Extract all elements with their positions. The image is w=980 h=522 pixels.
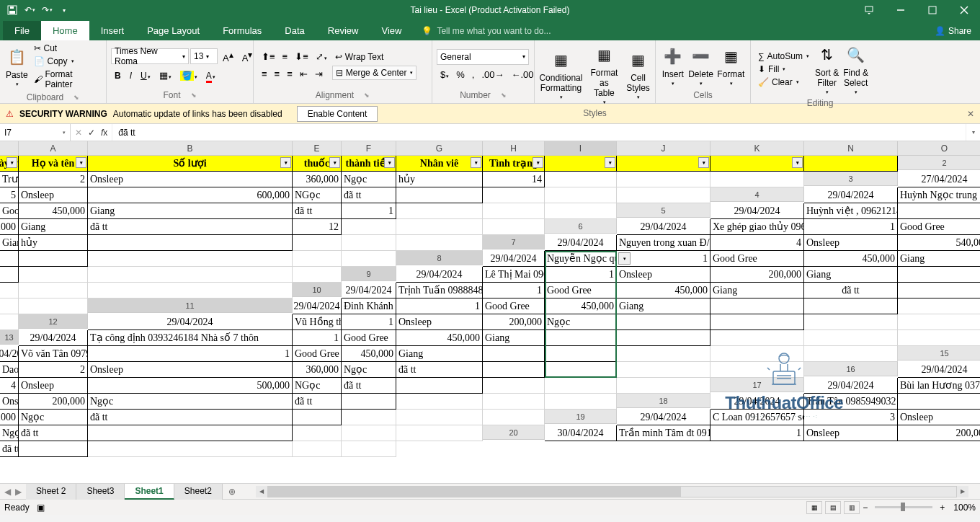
table-header-cell[interactable] [804,156,898,172]
column-header[interactable]: O [898,141,980,156]
tab-insert[interactable]: Insert [89,21,136,40]
tab-home[interactable]: Home [41,21,89,40]
sheet-tab[interactable]: Sheet3 [76,484,125,500]
table-header-cell[interactable]: ▾ [617,156,710,172]
tell-me-search[interactable]: 💡Tell me what you want to do... [413,22,559,40]
cell[interactable] [88,425,293,441]
cut-button[interactable]: ✂Cut [31,42,102,55]
cell-status[interactable]: đã tt [0,441,19,457]
filter-icon[interactable]: ▾ [280,157,291,168]
cell-qty[interactable]: 1 [88,346,293,362]
cell[interactable] [396,235,483,251]
cell-name[interactable]: Võ văn Tân 0979035981 Địa chỉ số nhà 2 [19,346,88,362]
row-header[interactable]: 12 [19,314,88,329]
cell[interactable] [342,394,396,410]
cancel-icon[interactable]: ✕ [75,128,82,138]
cell-status[interactable]: đã tt [88,410,293,425]
enter-icon[interactable]: ✓ [88,128,95,138]
row-header[interactable]: 6 [545,219,617,234]
cell-name[interactable]: Nguyen trong xuan Đ/C 19/3 võ thị sáu , [617,235,710,251]
cell[interactable] [396,187,483,203]
tab-data[interactable]: Data [273,21,316,40]
cell-name[interactable]: Lê Thị Mai 0963914521 thôn Hoàng nam [483,267,545,283]
dialog-launcher-icon[interactable]: ⬊ [501,92,507,99]
cell-date[interactable]: 29/04/2024 [804,378,898,394]
number-format-combo[interactable]: General▾ [437,49,529,65]
cell[interactable] [804,346,898,362]
autosum-button[interactable]: ∑AutoSum▾ [755,50,812,63]
cell-date[interactable]: 29/04/2024 [710,203,804,219]
cell[interactable] [88,267,293,283]
close-icon[interactable] [948,0,980,20]
row-header[interactable]: 8 [396,251,483,265]
filter-icon[interactable]: ▾ [471,157,481,168]
cell[interactable] [19,251,88,267]
cell-qty[interactable]: 1 [710,425,804,441]
cell-status[interactable]: đã tt [19,425,88,441]
cell-name[interactable]: C Loan 0912657657 số 14, dg bg biểu. K [710,410,804,425]
merge-center-button[interactable]: ⊟Merge & Center▾ [332,66,417,80]
cell-staff[interactable]: Ngọc [342,172,396,187]
cell-name[interactable]: Huỳnh việt , 0962121426 chợ ân hữu Ho [804,203,898,219]
cell-date[interactable]: 29/04/2024 [617,410,710,425]
cell-name[interactable]: Nguyễn Ngọc quân thôn 3 tt hoàn lão bố t [545,251,617,267]
sheet-tab[interactable]: Sheet 2 [26,484,76,500]
filter-icon[interactable]: ▾ [698,157,709,168]
cell-product[interactable]: Onsleep [617,267,710,283]
insert-cells-button[interactable]: ➕Insert▾ [660,43,685,88]
cell[interactable] [396,425,483,441]
cell-name[interactable]: Trịnh Tuấn 0988848339 288 Ql50, Xã P [396,283,483,298]
cell-date[interactable]: 29/04/2024 [545,235,617,251]
formula-input[interactable]: đã tt [112,124,966,141]
cell-product[interactable]: Good Gree [293,346,342,362]
table-header-cell[interactable]: ▾ [710,156,804,172]
decrease-decimal-icon[interactable]: ←.00 [508,67,538,82]
cell-date[interactable]: 29/04/2024 [0,346,19,362]
underline-button[interactable]: U▾ [137,68,154,83]
table-header-cell[interactable]: Số lượi▾ [88,156,293,172]
cell-name[interactable]: Tạ công định 0393246184 Nhà số 7 thôn [88,330,293,346]
cell-product[interactable]: Onsleep [804,425,898,441]
row-header[interactable]: 19 [545,410,617,424]
cell-staff[interactable]: Ngọc [0,425,19,441]
cell[interactable]: 12 [293,219,342,235]
tab-file[interactable]: File [3,21,41,40]
cell-amount[interactable]: 600,000 [88,187,293,203]
cell-name[interactable]: Bùi lan Hương 0379593607 Gửi về thị tr [898,378,980,394]
row-header[interactable]: 11 [88,298,293,313]
font-name-combo[interactable]: Times New Roma▾ [111,48,189,64]
cell[interactable] [88,235,293,251]
row-header[interactable]: 2 [898,156,980,170]
cell[interactable] [804,314,898,330]
cell-name[interactable]: Dao truong Ảnh Sdt0975163772 Tổ 8, k [0,362,19,378]
cell[interactable] [545,346,617,362]
cell[interactable] [0,314,19,330]
increase-decimal-icon[interactable]: .00→ [478,67,507,82]
cell-date[interactable]: 27/04/2024 [898,172,980,187]
cell-status[interactable]: đã tt [342,187,396,203]
table-header-cell[interactable]: Họ và tên▾ [19,156,88,172]
cell[interactable] [342,219,396,235]
cell[interactable] [483,362,545,378]
column-header[interactable]: G [396,141,483,156]
cell[interactable] [545,362,617,378]
cell-product[interactable]: Onsleep [88,362,293,378]
tab-formulas[interactable]: Formulas [211,21,273,40]
cell[interactable] [342,410,396,425]
table-header-cell[interactable]: Tình trạng▾ [483,156,545,172]
paste-button[interactable]: 📋Paste▾ [4,44,30,89]
zoom-out-icon[interactable]: − [863,503,868,513]
cell-status[interactable]: đã tt [88,219,293,235]
cell-staff[interactable]: Ngọc [545,314,617,330]
filter-icon[interactable]: ▾ [6,157,17,168]
scroll-left-icon[interactable]: ◀ [256,486,267,497]
fx-icon[interactable]: fx [101,128,107,138]
cell-status[interactable]: đã tt [293,394,342,410]
cell-staff[interactable]: Giang [88,203,293,219]
cell-name[interactable]: Trương Nhan 0947295827 242 đường ph [0,172,19,187]
cell[interactable] [898,330,980,346]
filter-icon[interactable]: ▾ [329,157,340,168]
cell-amount[interactable]: 450,000 [19,203,88,219]
tab-page-layout[interactable]: Page Layout [135,21,211,40]
cell-amount[interactable]: 450,000 [396,330,483,346]
